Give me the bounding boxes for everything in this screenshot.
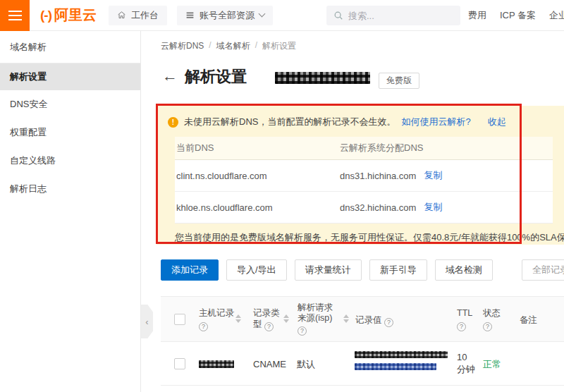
copy-dns-button[interactable]: 复制 — [424, 201, 442, 214]
help-icon[interactable]: ? — [384, 318, 393, 327]
domain-check-button[interactable]: 域名检测 — [435, 259, 493, 281]
workbench-button[interactable]: 工作台 — [109, 6, 167, 25]
dns-warning-banner: ! 未使用云解析DNS，当前配置的解析记录不会生效。 如何使用云解析? 收起 当… — [157, 106, 564, 245]
col-record-value: 记录值 ? — [355, 314, 393, 327]
beginner-guide-button[interactable]: 新手引导 — [369, 259, 427, 281]
account-resources-button[interactable]: 账号全部资源 — [177, 6, 273, 25]
warning-icon: ! — [168, 117, 178, 128]
help-icon[interactable]: ? — [199, 322, 208, 331]
sort-host-control[interactable] — [235, 314, 241, 323]
record-status: 正常 — [483, 359, 501, 370]
page-title: 解析设置 — [185, 66, 247, 87]
sort-desc-icon — [283, 319, 289, 323]
sidebar-item-dns-security[interactable]: DNS安全 — [0, 90, 140, 118]
how-to-use-link[interactable]: 如何使用云解析? — [401, 116, 470, 128]
logo-mark: (-) — [40, 8, 51, 23]
sort-desc-icon — [235, 319, 241, 323]
nav-icp[interactable]: ICP 备案 — [500, 9, 536, 22]
redacted-domain-name — [275, 72, 370, 84]
import-export-button[interactable]: 导入/导出 — [226, 259, 287, 281]
col-assigned-dns: 云解析系统分配DNS — [340, 142, 553, 154]
breadcrumb-separator: / — [255, 40, 257, 52]
assigned-dns-value: dns31.hichina.com — [340, 171, 416, 181]
record-row: CNAME 默认 10 分钟 正常 — [161, 342, 564, 386]
current-dns-value: khloe.ns.cloudflare.com — [175, 202, 340, 213]
collapse-chevron-icon: ‹ — [145, 317, 148, 327]
col-host-record: 主机记录 ? — [199, 307, 234, 331]
sidebar-collapse-handle[interactable]: ‹ — [141, 305, 153, 338]
collapse-notice-link[interactable]: 收起 — [488, 116, 506, 128]
help-icon[interactable]: ? — [483, 322, 492, 331]
nav-enterprise[interactable]: 企业 — [549, 9, 564, 22]
global-search[interactable] — [326, 6, 460, 25]
request-stats-button[interactable]: 请求量统计 — [295, 259, 362, 281]
sort-asc-icon — [343, 314, 349, 318]
workbench-label: 工作台 — [131, 9, 159, 22]
hamburger-menu-icon[interactable] — [0, 0, 30, 31]
search-icon — [333, 11, 343, 20]
dns-table-row: clint.ns.cloudflare.com dns31.hichina.co… — [175, 160, 553, 192]
help-icon[interactable]: ? — [264, 322, 274, 331]
aliyun-logo[interactable]: (-) 阿里云 — [40, 6, 97, 25]
search-input[interactable] — [348, 11, 447, 21]
dns-table-header: 当前DNS 云解析系统分配DNS — [175, 137, 553, 160]
resources-label: 账号全部资源 — [200, 9, 255, 22]
col-ttl: TTL ? — [457, 307, 472, 331]
dns-comparison-table: 当前DNS 云解析系统分配DNS clint.ns.cloudflare.com… — [175, 137, 553, 223]
warning-message-row: ! 未使用云解析DNS，当前配置的解析记录不会生效。 如何使用云解析? 收起 — [157, 106, 564, 128]
sidebar-item-resolution-logs[interactable]: 解析日志 — [0, 175, 140, 203]
assigned-dns-value: dns32.hichina.com — [340, 202, 416, 213]
nav-billing[interactable]: 费用 — [468, 9, 486, 22]
redacted-host-record — [199, 360, 234, 368]
redacted-record-value-line2 — [355, 363, 436, 370]
current-dns-value: clint.ns.cloudflare.com — [175, 171, 340, 181]
select-all-checkbox[interactable] — [174, 314, 185, 325]
record-isp-value: 默认 — [297, 359, 315, 370]
breadcrumb-separator: / — [209, 40, 211, 52]
chevron-down-icon — [259, 11, 266, 18]
breadcrumb-dns[interactable]: 云解析DNS — [161, 40, 204, 52]
sidebar-item-weight-config[interactable]: 权重配置 — [0, 118, 140, 147]
col-remark: 备注 — [520, 314, 537, 326]
sidebar-item-custom-lines[interactable]: 自定义线路 — [0, 147, 140, 175]
plan-badge: 免费版 — [379, 73, 419, 89]
col-isp-source: 解析请求 来源(isp) ? — [298, 302, 333, 336]
col-status: 状态 ? — [483, 307, 501, 331]
breadcrumb: 云解析DNS / 域名解析 / 解析设置 — [161, 40, 296, 52]
sort-asc-icon — [235, 314, 241, 318]
toolbar: 添加记录 导入/导出 请求量统计 新手引导 域名检测 全部记录 — [161, 259, 493, 281]
row-checkbox[interactable] — [174, 358, 185, 369]
dns-table-row: khloe.ns.cloudflare.com dns32.hichina.co… — [175, 192, 553, 223]
sort-isp-control[interactable] — [343, 314, 349, 323]
help-icon[interactable]: ? — [457, 322, 466, 331]
copy-dns-button[interactable]: 复制 — [424, 169, 442, 182]
breadcrumb-domain-resolution[interactable]: 域名解析 — [216, 40, 250, 52]
upsell-text: 您当前使用的是免费版域名解析服务，无服务可用性保证。仅需40.8元/年就能获得1… — [175, 231, 564, 244]
sort-type-control[interactable] — [283, 314, 289, 323]
resources-icon — [185, 11, 195, 20]
redacted-record-value-line1 — [355, 351, 448, 358]
records-table-header: 主机记录 ? 记录类 型 ? 解析请求 来源(isp) ? 记录值 ? TTL — [161, 296, 564, 342]
record-type-value: CNAME — [253, 359, 286, 370]
top-nav: 费用 ICP 备案 企业 支 — [468, 0, 564, 31]
col-record-type: 记录类 型 ? — [253, 307, 280, 331]
col-current-dns: 当前DNS — [175, 142, 340, 154]
logo-text: 阿里云 — [54, 6, 97, 25]
warning-text: 未使用云解析DNS，当前配置的解析记录不会生效。 — [184, 116, 396, 128]
all-records-dropdown[interactable]: 全部记录 — [522, 259, 564, 281]
sort-desc-icon — [343, 319, 349, 323]
help-icon[interactable]: ? — [298, 326, 307, 336]
sidebar-item-domain-resolution[interactable]: 域名解析 — [0, 31, 140, 63]
back-button[interactable]: ← — [162, 68, 178, 85]
add-record-button[interactable]: 添加记录 — [161, 259, 219, 281]
main-content: 云解析DNS / 域名解析 / 解析设置 ← 解析设置 免费版 ! 未使用云解析… — [142, 31, 564, 392]
sidebar: 域名解析 解析设置 DNS安全 权重配置 自定义线路 解析日志 — [0, 31, 141, 392]
sort-asc-icon — [283, 314, 289, 318]
home-icon — [117, 11, 126, 20]
record-ttl: 10 分钟 — [457, 351, 475, 375]
breadcrumb-current: 解析设置 — [262, 40, 296, 52]
top-bar: (-) 阿里云 工作台 账号全部资源 费用 ICP 备案 企业 支 — [0, 0, 564, 31]
sidebar-item-resolution-settings[interactable]: 解析设置 — [0, 63, 140, 90]
